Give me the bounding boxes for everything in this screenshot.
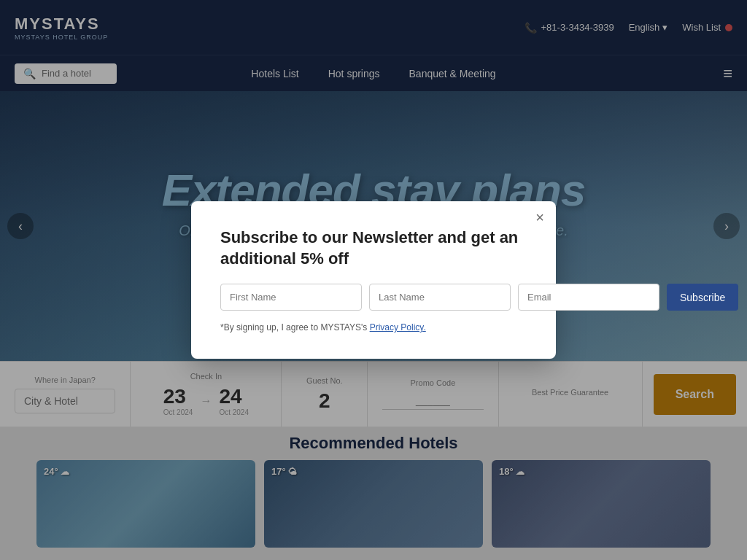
first-name-input[interactable] <box>220 284 362 311</box>
modal-disclaimer: *By signing up, I agree to MYSTAYS's Pri… <box>220 322 527 332</box>
newsletter-modal: × Subscribe to our Newsletter and get an… <box>191 201 556 359</box>
modal-title: Subscribe to our Newsletter and get an a… <box>220 228 527 269</box>
privacy-policy-link[interactable]: Privacy Policy. <box>370 322 426 332</box>
email-input[interactable] <box>518 284 659 311</box>
modal-close-button[interactable]: × <box>535 210 544 225</box>
modal-overlay[interactable]: × Subscribe to our Newsletter and get an… <box>0 0 747 560</box>
modal-form: Subscribe <box>220 284 527 311</box>
last-name-input[interactable] <box>369 284 511 311</box>
subscribe-button[interactable]: Subscribe <box>667 284 738 311</box>
